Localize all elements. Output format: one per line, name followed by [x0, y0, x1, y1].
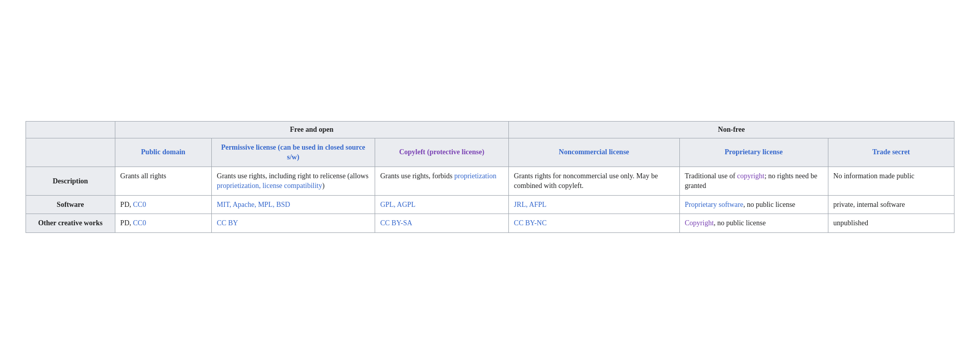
sw-trade-secret: private, internal software: [828, 195, 954, 214]
col-header-public-domain: Public domain: [115, 138, 211, 167]
link-proprietization[interactable]: proprietization: [454, 172, 496, 180]
row-label-description: Description: [26, 167, 115, 195]
sw-noncommercial: JRL, AFPL: [508, 195, 679, 214]
link-cc0-cw[interactable]: CC0: [133, 219, 146, 227]
cw-noncommercial: CC BY-NC: [508, 214, 679, 233]
desc-proprietary: Traditional use of copyright; no rights …: [679, 167, 828, 195]
link-proprietary-software[interactable]: Proprietary software: [685, 201, 744, 208]
link-gpl-agpl[interactable]: GPL, AGPL: [380, 201, 415, 208]
link-cc-by[interactable]: CC BY: [217, 219, 238, 227]
desc-permissive: Grants use rights, including right to re…: [211, 167, 375, 195]
sw-public-domain: PD, CC0: [115, 195, 211, 214]
sw-proprietary: Proprietary software, no public license: [679, 195, 828, 214]
row-creative-works: Other creative works PD, CC0 CC BY CC BY…: [26, 214, 954, 233]
link-mit-apache-mpl-bsd[interactable]: MIT, Apache, MPL, BSD: [217, 201, 290, 208]
col-header-trade-secret: Trade secret: [828, 138, 954, 167]
sw-copyleft: GPL, AGPL: [375, 195, 508, 214]
link-proprietization-license[interactable]: proprietization, license compatibility: [217, 182, 322, 190]
corner-cell-2: [26, 138, 115, 167]
row-label-software: Software: [26, 195, 115, 214]
desc-trade-secret: No information made public: [828, 167, 954, 195]
link-jrl-afpl[interactable]: JRL, AFPL: [514, 201, 547, 208]
desc-public-domain: Grants all rights: [115, 167, 211, 195]
row-description: Description Grants all rights Grants use…: [26, 167, 954, 195]
cw-copyleft: CC BY-SA: [375, 214, 508, 233]
row-software: Software PD, CC0 MIT, Apache, MPL, BSD G…: [26, 195, 954, 214]
desc-copyleft: Grants use rights, forbids proprietizati…: [375, 167, 508, 195]
corner-cell: [26, 121, 115, 138]
col-header-noncommercial: Noncommercial license: [508, 138, 679, 167]
section-non-free: Non-free: [508, 121, 954, 138]
row-label-creative-works: Other creative works: [26, 214, 115, 233]
sw-permissive: MIT, Apache, MPL, BSD: [211, 195, 375, 214]
col-header-proprietary: Proprietary license: [679, 138, 828, 167]
link-copyright[interactable]: copyright: [737, 172, 765, 180]
cw-trade-secret: unpublished: [828, 214, 954, 233]
cw-permissive: CC BY: [211, 214, 375, 233]
col-header-copyleft: Copyleft (protective license): [375, 138, 508, 167]
desc-noncommercial: Grants rights for noncommercial use only…: [508, 167, 679, 195]
link-copyright-cw[interactable]: Copyright: [685, 219, 714, 227]
section-free-and-open: Free and open: [115, 121, 508, 138]
cw-proprietary: Copyright, no public license: [679, 214, 828, 233]
license-comparison-table: Free and open Non-free Public domain Per…: [26, 121, 954, 233]
link-cc-by-nc[interactable]: CC BY-NC: [514, 219, 547, 227]
link-cc0-pd[interactable]: CC0: [133, 201, 146, 208]
cw-public-domain: PD, CC0: [115, 214, 211, 233]
col-header-permissive: Permissive license (can be used in close…: [211, 138, 375, 167]
link-cc-by-sa[interactable]: CC BY-SA: [380, 219, 412, 227]
